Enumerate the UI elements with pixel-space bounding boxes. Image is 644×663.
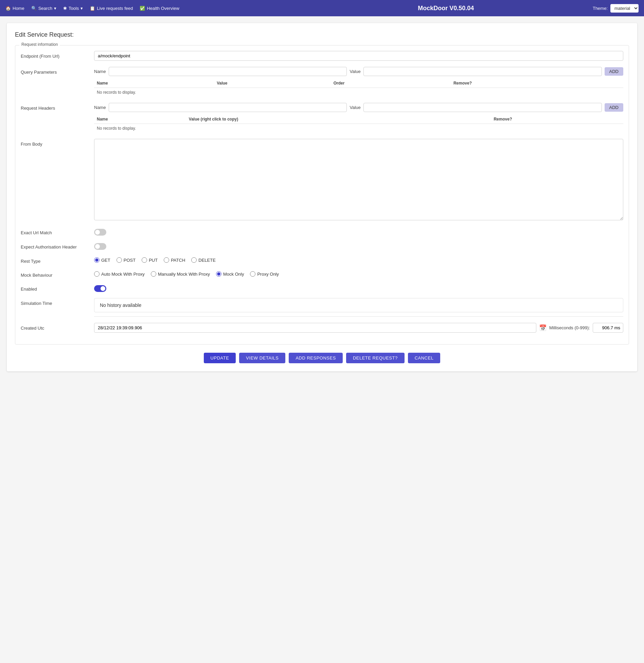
expect-auth-label: Expect Authorisation Header [21, 242, 89, 250]
mock-manual-radio[interactable] [151, 271, 156, 277]
nav-home[interactable]: 🏠 Home [5, 6, 24, 11]
sim-divider [94, 316, 623, 317]
rest-type-delete-radio[interactable] [191, 257, 197, 263]
query-params-row: Query Parameters Name Value ADD Name [21, 67, 623, 97]
mock-behaviour-radio-group: Auto Mock With Proxy Manually Mock With … [94, 270, 623, 277]
chevron-down-icon: ▾ [54, 6, 56, 11]
mock-behaviour-manual[interactable]: Manually Mock With Proxy [151, 271, 210, 277]
enabled-toggle[interactable] [94, 285, 106, 292]
headers-th-remove: Remove? [491, 115, 623, 124]
nav-tools-label: Tools [69, 6, 79, 11]
nav-live-feed[interactable]: 📋 Live requests feed [90, 6, 133, 11]
from-body-textarea[interactable] [94, 139, 623, 220]
theme-select[interactable]: material [610, 4, 639, 13]
home-icon: 🏠 [5, 6, 11, 11]
health-icon: ✅ [140, 6, 145, 11]
page: Edit Service Request: Request informatio… [0, 16, 644, 378]
mock-behaviour-wrap: Auto Mock With Proxy Manually Mock With … [94, 270, 623, 277]
created-utc-input[interactable] [94, 323, 536, 333]
simulation-time-wrap: No history available [94, 298, 623, 317]
endpoint-label: Endpoint (From Url) [21, 51, 89, 59]
nav-search[interactable]: 🔍 Search ▾ [31, 6, 56, 11]
headers-th-value: Value (right click to copy) [186, 115, 491, 124]
update-button[interactable]: UPDATE [204, 353, 236, 363]
query-th-name: Name [94, 79, 214, 88]
query-value-input[interactable] [363, 67, 602, 76]
exact-url-toggle[interactable] [94, 229, 106, 236]
expect-auth-row: Expect Authorisation Header [21, 242, 623, 250]
page-title: Edit Service Request: [15, 31, 629, 38]
mock-behaviour-row: Mock Behaviour Auto Mock With Proxy Manu… [21, 270, 623, 278]
simulation-time-box: No history available [94, 298, 623, 312]
expect-auth-toggle[interactable] [94, 243, 106, 250]
headers-no-records: No records to display. [94, 124, 623, 133]
headers-add-button[interactable]: ADD [605, 103, 623, 112]
rest-type-radio-group: GET POST PUT PATCH [94, 256, 623, 263]
headers-name-input[interactable] [109, 103, 347, 112]
rest-type-patch[interactable]: PATCH [164, 257, 185, 263]
simulation-time-label: Simulation Time [21, 298, 89, 306]
request-headers-row: Request Headers Name Value ADD Name [21, 103, 623, 133]
delete-request-button[interactable]: DELETE REQUEST? [346, 353, 405, 363]
simulation-time-row: Simulation Time No history available [21, 298, 623, 317]
endpoint-input[interactable] [94, 51, 623, 61]
rest-type-patch-radio[interactable] [164, 257, 169, 263]
mock-behaviour-mock-only[interactable]: Mock Only [216, 271, 244, 277]
rest-type-post[interactable]: POST [117, 257, 136, 263]
mock-only-radio[interactable] [216, 271, 221, 277]
enabled-wrap [94, 284, 623, 292]
rest-type-wrap: GET POST PUT PATCH [94, 256, 623, 263]
headers-table-header-row: Name Value (right click to copy) Remove? [94, 115, 623, 124]
query-no-records-row: No records to display. [94, 88, 623, 97]
app-title: MockDoor V0.50.04 [418, 5, 474, 12]
mock-behaviour-label: Mock Behaviour [21, 270, 89, 278]
rest-type-post-radio[interactable] [117, 257, 122, 263]
rest-type-get-radio[interactable] [94, 257, 100, 263]
cancel-button[interactable]: CANCEL [408, 353, 441, 363]
rest-type-get[interactable]: GET [94, 257, 110, 263]
exact-url-label: Exact Url Match [21, 227, 89, 235]
nav-health-label: Health Overview [147, 6, 179, 11]
nav-health[interactable]: ✅ Health Overview [140, 6, 179, 11]
mock-behaviour-proxy-only[interactable]: Proxy Only [250, 271, 279, 277]
nav-tools[interactable]: ✱ Tools ▾ [63, 6, 83, 11]
query-no-records: No records to display. [94, 88, 623, 97]
datetime-row: 📅 Milliseconds (0-999): [94, 323, 623, 333]
rest-type-post-label: POST [124, 258, 136, 263]
rest-type-put-label: PUT [149, 258, 158, 263]
calendar-icon[interactable]: 📅 [539, 324, 547, 332]
rest-type-put-radio[interactable] [142, 257, 147, 263]
query-name-input[interactable] [109, 67, 347, 76]
from-body-row: From Body [21, 139, 623, 221]
tools-icon: ✱ [63, 6, 67, 11]
headers-no-records-row: No records to display. [94, 124, 623, 133]
proxy-only-radio[interactable] [250, 271, 255, 277]
created-utc-row: Created Utc 📅 Milliseconds (0-999): [21, 323, 623, 333]
query-value-label: Value [350, 69, 360, 74]
ms-input[interactable] [593, 323, 623, 333]
mock-auto-radio[interactable] [94, 271, 100, 277]
query-add-button[interactable]: ADD [605, 67, 623, 76]
rest-type-get-label: GET [101, 258, 110, 263]
exact-url-wrap [94, 227, 623, 236]
headers-value-input[interactable] [363, 103, 602, 112]
mock-only-label: Mock Only [223, 272, 244, 277]
enabled-slider [94, 285, 106, 292]
from-body-wrap [94, 139, 623, 221]
query-table: Name Value Order Remove? No records to d… [94, 79, 623, 97]
nav-home-label: Home [13, 6, 24, 11]
query-params-label: Query Parameters [21, 67, 89, 75]
mock-behaviour-auto[interactable]: Auto Mock With Proxy [94, 271, 145, 277]
query-table-header-row: Name Value Order Remove? [94, 79, 623, 88]
headers-nv-row: Name Value ADD [94, 103, 623, 112]
query-name-label: Name [94, 69, 106, 74]
rest-type-delete[interactable]: DELETE [191, 257, 216, 263]
button-row: UPDATE VIEW DETAILS ADD RESPONSES DELETE… [15, 353, 629, 363]
from-body-label: From Body [21, 139, 89, 147]
rest-type-put[interactable]: PUT [142, 257, 158, 263]
headers-th-name: Name [94, 115, 186, 124]
headers-name-label: Name [94, 105, 106, 110]
view-details-button[interactable]: VIEW DETAILS [239, 353, 285, 363]
request-info-section: Request information Endpoint (From Url) … [15, 45, 629, 345]
add-responses-button[interactable]: ADD RESPONSES [289, 353, 342, 363]
